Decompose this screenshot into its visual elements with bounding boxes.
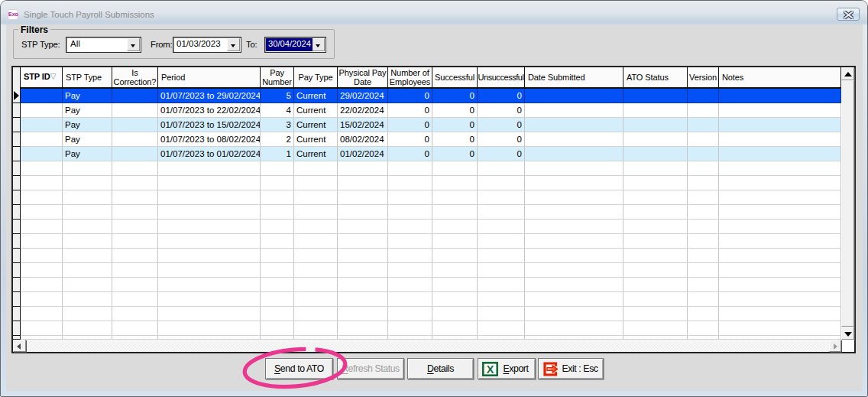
svg-text:X: X [487,363,494,376]
